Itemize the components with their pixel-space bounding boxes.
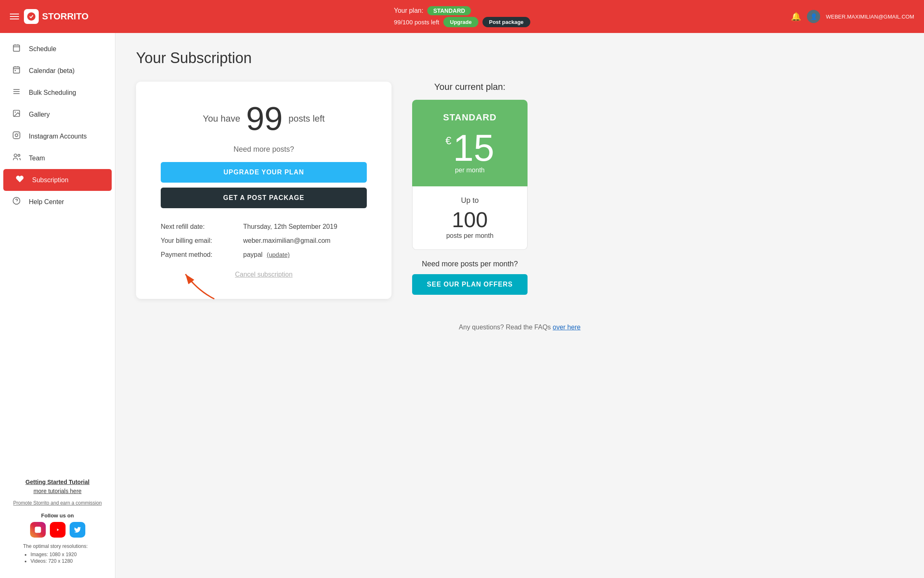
faq-text: Any questions? Read the FAQs [459, 324, 551, 331]
logo-text: STORRITO [42, 11, 89, 22]
posts-count: 100 [422, 207, 517, 232]
resolution-images: Images: 1080 x 1920 [30, 552, 92, 557]
sidebar-label-team: Team [29, 155, 45, 162]
header: STORRITO Your plan: STANDARD 99/100 post… [0, 0, 924, 33]
up-to-label: Up to [422, 196, 517, 205]
sidebar-item-instagram-accounts[interactable]: Instagram Accounts [0, 125, 115, 147]
svg-point-15 [15, 134, 18, 137]
svg-rect-5 [14, 67, 20, 73]
svg-point-19 [18, 154, 20, 156]
refill-label: Next refill date: [161, 223, 243, 230]
svg-point-24 [39, 528, 40, 529]
posts-left-label: posts left [288, 113, 325, 124]
sidebar-item-help-center[interactable]: Help Center [0, 191, 115, 213]
faq-row: Any questions? Read the FAQs over here [136, 324, 903, 331]
price-amount: 15 [453, 129, 494, 167]
social-icons [12, 522, 103, 538]
resolutions-title: The optimal story resolutions: [23, 543, 92, 549]
sidebar-item-gallery[interactable]: Gallery [0, 103, 115, 125]
subscription-icon [15, 175, 25, 185]
see-plans-button[interactable]: SEE OUR PLAN OFFERS [412, 274, 528, 295]
posts-remaining: You have 99 posts left [161, 102, 367, 135]
header-center: Your plan: STANDARD 99/100 posts left Up… [394, 6, 530, 27]
payment-value: paypal [243, 251, 263, 258]
plan-features: Up to 100 posts per month [412, 186, 528, 250]
help-center-icon [12, 197, 21, 207]
sidebar-item-schedule[interactable]: Schedule [0, 38, 115, 60]
current-plan-title: Your current plan: [412, 82, 528, 92]
svg-point-18 [14, 154, 17, 157]
email-label: Your billing email: [161, 237, 243, 244]
faq-link[interactable]: over here [553, 324, 581, 331]
plan-price-row: € 15 [422, 129, 518, 167]
sidebar-label-instagram: Instagram Accounts [29, 133, 87, 140]
sidebar-item-bulk-scheduling[interactable]: Bulk Scheduling [0, 82, 115, 103]
cancel-subscription-link[interactable]: Cancel subscription [161, 271, 367, 278]
follow-us: Follow us on [12, 512, 103, 538]
need-more-text: Need more posts? [161, 145, 367, 154]
youtube-social-link[interactable] [50, 522, 66, 538]
plan-card-header: STANDARD € 15 per month [412, 100, 528, 186]
bell-icon[interactable]: 🔔 [791, 12, 801, 21]
page-title: Your Subscription [136, 49, 903, 67]
sidebar-label-help: Help Center [29, 198, 64, 206]
getting-started-link[interactable]: Getting Started Tutorial [12, 479, 103, 485]
header-right: 🔔 👤 WEBER.MAXIMILIAN@GMAIL.COM [791, 10, 914, 23]
sidebar-item-subscription[interactable]: Subscription [3, 169, 112, 191]
team-icon [12, 153, 21, 163]
resolution-videos: Videos: 720 x 1280 [30, 558, 92, 564]
email-value: weber.maximilian@gmail.com [243, 237, 331, 244]
hamburger-menu[interactable] [10, 14, 19, 19]
twitter-social-link[interactable] [70, 522, 85, 538]
sidebar-item-calendar[interactable]: Calendar (beta) [0, 60, 115, 82]
posts-left-text: 99/100 posts left [394, 19, 439, 26]
logo-icon [24, 9, 39, 24]
billing-row-payment: Payment method: paypal (update) [161, 251, 367, 258]
svg-rect-22 [35, 527, 41, 533]
price-currency: € [446, 134, 451, 147]
sidebar-label-subscription: Subscription [32, 176, 68, 184]
bulk-scheduling-icon [12, 87, 21, 98]
main-content: Your Subscription You have 99 posts left… [115, 33, 924, 578]
svg-rect-16 [13, 132, 20, 139]
more-tutorials-link[interactable]: more tutorials here [12, 488, 103, 494]
plan-badge: STANDARD [427, 6, 471, 15]
billing-row-email: Your billing email: weber.maximilian@gma… [161, 237, 367, 244]
sidebar-label-bulk: Bulk Scheduling [29, 89, 76, 96]
user-email: WEBER.MAXIMILIAN@GMAIL.COM [826, 14, 914, 20]
posts-remaining-text: You have 99 posts left [161, 102, 367, 135]
svg-point-0 [27, 12, 35, 21]
sidebar-item-team[interactable]: Team [0, 147, 115, 169]
plan-label: Your plan: [394, 7, 423, 14]
svg-rect-9 [15, 70, 16, 71]
sidebar-label-schedule: Schedule [29, 45, 56, 53]
svg-rect-1 [14, 45, 20, 51]
user-avatar: 👤 [807, 10, 820, 23]
header-upgrade-button[interactable]: Upgrade [443, 17, 478, 27]
update-payment-link[interactable]: (update) [267, 251, 290, 258]
upgrade-plan-button[interactable]: UPGRADE YOUR PLAN [161, 162, 367, 183]
gallery-icon [12, 109, 21, 120]
posts-number: 99 [246, 102, 283, 135]
promote-link[interactable]: Promote Storrito and earn a commission [12, 500, 103, 506]
calendar-icon [12, 66, 21, 76]
resolutions-info: The optimal story resolutions: Images: 1… [12, 543, 103, 564]
svg-marker-25 [57, 529, 59, 531]
follow-us-label: Follow us on [12, 512, 103, 519]
app-layout: Schedule Calendar (beta) Bulk Scheduling… [0, 33, 924, 578]
sidebar-label-calendar: Calendar (beta) [29, 67, 75, 75]
instagram-social-link[interactable] [30, 522, 46, 538]
posts-row: 99/100 posts left Upgrade Post package [394, 17, 530, 27]
posts-per-month: posts per month [422, 232, 517, 240]
header-post-package-button[interactable]: Post package [482, 17, 530, 27]
sidebar-bottom: Getting Started Tutorial more tutorials … [0, 470, 115, 573]
billing-row-refill: Next refill date: Thursday, 12th Septemb… [161, 223, 367, 230]
svg-point-14 [15, 112, 16, 113]
svg-point-17 [18, 133, 19, 134]
need-more-posts-label: Need more posts per month? [412, 260, 528, 268]
right-panel: Your current plan: STANDARD € 15 per mon… [412, 82, 528, 295]
sidebar-label-gallery: Gallery [29, 111, 50, 118]
content-grid: You have 99 posts left Need more posts? … [136, 82, 903, 299]
post-package-button[interactable]: GET A POST PACKAGE [161, 188, 367, 208]
billing-info: Next refill date: Thursday, 12th Septemb… [161, 223, 367, 258]
